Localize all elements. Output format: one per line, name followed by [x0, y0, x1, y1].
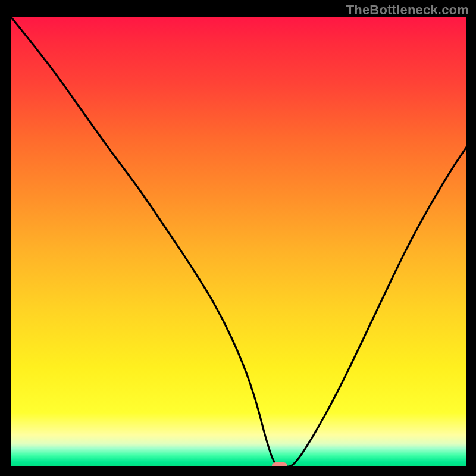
curve-path: [11, 17, 466, 466]
bottleneck-curve: [11, 17, 466, 466]
chart-container: TheBottleneck.com: [0, 0, 476, 476]
watermark-text: TheBottleneck.com: [346, 2, 469, 18]
minimum-marker: [272, 462, 287, 466]
plot-area: [11, 17, 466, 466]
